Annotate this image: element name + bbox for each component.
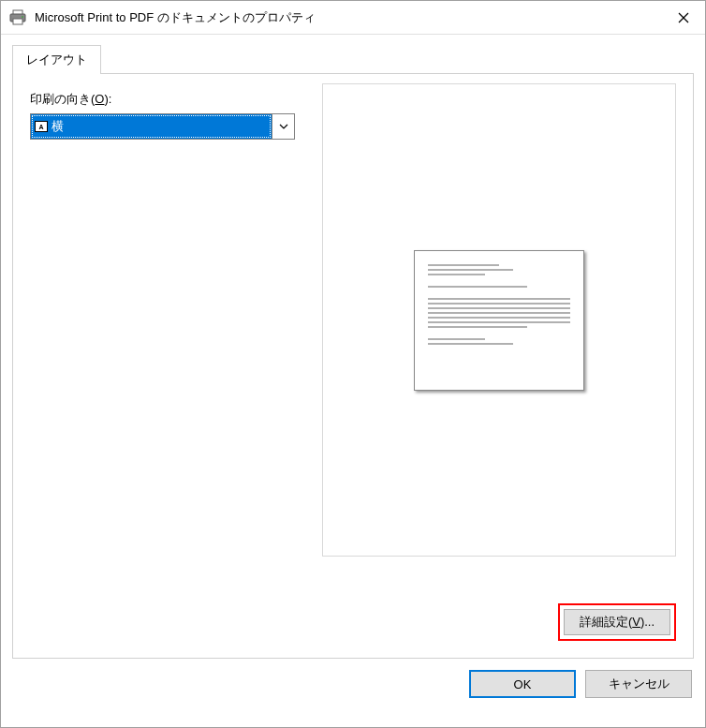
preview-line bbox=[428, 326, 527, 328]
preview-line bbox=[428, 338, 485, 340]
advanced-settings-button[interactable]: 詳細設定(V)... bbox=[564, 609, 670, 635]
orientation-combobox-value: A 横 bbox=[31, 114, 272, 139]
orientation-combobox[interactable]: A 横 bbox=[30, 113, 295, 140]
cancel-button[interactable]: キャンセル bbox=[585, 670, 692, 698]
close-icon bbox=[678, 12, 689, 23]
preview-pane bbox=[322, 83, 676, 557]
preview-line bbox=[428, 269, 513, 271]
advanced-button-prefix: 詳細設定( bbox=[580, 615, 632, 629]
preview-line bbox=[428, 286, 527, 288]
preview-line bbox=[428, 343, 513, 345]
preview-line bbox=[428, 317, 570, 319]
svg-rect-2 bbox=[13, 19, 22, 24]
preview-line bbox=[428, 321, 570, 323]
preview-page-landscape bbox=[414, 250, 584, 391]
orientation-label-suffix: ): bbox=[104, 92, 111, 106]
window-title: Microsoft Print to PDF のドキュメントのプロパティ bbox=[35, 9, 662, 26]
preview-spacer bbox=[428, 290, 570, 298]
orientation-selected-text: 横 bbox=[51, 118, 64, 135]
tab-layout[interactable]: レイアウト bbox=[12, 45, 101, 74]
orientation-label-prefix: 印刷の向き( bbox=[30, 92, 95, 106]
orientation-label: 印刷の向き(O): bbox=[30, 91, 302, 108]
preview-line bbox=[428, 264, 499, 266]
dialog-button-row: OK キャンセル bbox=[1, 659, 705, 711]
preview-line bbox=[428, 274, 485, 275]
preview-line bbox=[428, 307, 570, 309]
advanced-button-suffix: )... bbox=[640, 615, 655, 629]
orientation-dropdown-arrow[interactable] bbox=[272, 114, 294, 139]
preview-line bbox=[428, 312, 570, 314]
advanced-button-key: V bbox=[632, 615, 640, 629]
advanced-button-row: 詳細設定(V)... bbox=[558, 603, 676, 641]
dialog-window: Microsoft Print to PDF のドキュメントのプロパティ レイア… bbox=[0, 0, 706, 728]
svg-text:A: A bbox=[38, 124, 43, 130]
tab-area: レイアウト 印刷の向き(O): A 横 bbox=[1, 35, 705, 659]
orientation-section: 印刷の向き(O): A 横 bbox=[30, 91, 302, 140]
preview-line bbox=[428, 298, 570, 300]
preview-spacer bbox=[428, 331, 570, 338]
advanced-button-highlight: 詳細設定(V)... bbox=[558, 603, 676, 641]
close-button[interactable] bbox=[662, 1, 705, 35]
printer-icon bbox=[8, 9, 27, 26]
preview-line bbox=[428, 303, 570, 305]
orientation-landscape-icon: A bbox=[35, 121, 48, 132]
svg-point-3 bbox=[22, 16, 23, 18]
tab-strip: レイアウト bbox=[12, 44, 694, 73]
preview-spacer bbox=[428, 278, 570, 286]
ok-button[interactable]: OK bbox=[469, 670, 576, 698]
tab-panel-layout: 印刷の向き(O): A 横 bbox=[12, 73, 694, 659]
orientation-label-key: O bbox=[95, 92, 104, 106]
titlebar: Microsoft Print to PDF のドキュメントのプロパティ bbox=[1, 1, 705, 35]
chevron-down-icon bbox=[279, 124, 288, 129]
